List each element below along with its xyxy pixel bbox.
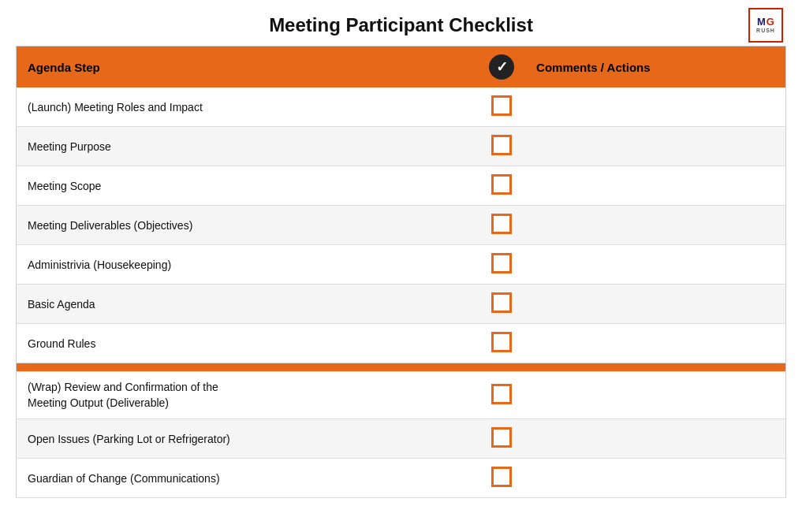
- page-wrapper: Meeting Participant Checklist M G RUSH A…: [0, 0, 802, 514]
- checkbox[interactable]: [491, 174, 512, 195]
- agenda-cell: Open Issues (Parking Lot or Refrigerator…: [17, 419, 479, 459]
- table-row: (Launch) Meeting Roles and Impact: [17, 87, 786, 127]
- comment-cell: [525, 459, 785, 498]
- page-title: Meeting Participant Checklist: [16, 14, 786, 36]
- comment-cell: [525, 372, 785, 419]
- checklist-table: Agenda Step ✓ Comments / Actions (Launch…: [16, 46, 786, 498]
- agenda-cell: (Launch) Meeting Roles and Impact: [17, 87, 479, 127]
- agenda-cell: Meeting Scope: [17, 166, 479, 206]
- agenda-cell: Meeting Deliverables (Objectives): [17, 206, 479, 245]
- check-cell[interactable]: [478, 245, 525, 285]
- agenda-cell: Ground Rules: [17, 324, 479, 363]
- table-row: Administrivia (Housekeeping): [17, 245, 786, 285]
- logo-inner: M G RUSH: [748, 8, 783, 43]
- comment-cell: [525, 245, 785, 285]
- comment-cell: [525, 285, 785, 324]
- agenda-cell: Administrivia (Housekeeping): [17, 245, 479, 285]
- table-header: Agenda Step ✓ Comments / Actions: [17, 47, 786, 88]
- table-row: Basic Agenda: [17, 285, 786, 324]
- table-row: Meeting Purpose: [17, 127, 786, 166]
- checkbox[interactable]: [491, 467, 512, 487]
- table-row: Open Issues (Parking Lot or Refrigerator…: [17, 419, 786, 459]
- agenda-cell: Meeting Purpose: [17, 127, 479, 166]
- header-comments: Comments / Actions: [525, 47, 785, 88]
- comment-cell: [525, 166, 785, 206]
- logo-subtext: RUSH: [756, 28, 775, 34]
- comment-cell: [525, 419, 785, 459]
- title-area: Meeting Participant Checklist M G RUSH: [16, 8, 786, 46]
- checkbox[interactable]: [491, 214, 512, 234]
- table-row: Ground Rules: [17, 324, 786, 363]
- checkbox[interactable]: [491, 253, 512, 273]
- logo-letter-m: M: [757, 17, 766, 28]
- checkbox[interactable]: [491, 384, 512, 404]
- comment-cell: [525, 206, 785, 245]
- logo: M G RUSH: [748, 8, 786, 46]
- agenda-cell: (Wrap) Review and Confirmation of theMee…: [17, 372, 479, 419]
- table-row: Meeting Deliverables (Objectives): [17, 206, 786, 245]
- check-cell[interactable]: [478, 324, 525, 363]
- check-cell[interactable]: [478, 166, 525, 206]
- checkbox[interactable]: [491, 95, 512, 116]
- checkbox[interactable]: [491, 292, 512, 313]
- header-agenda: Agenda Step: [17, 47, 479, 88]
- checkbox[interactable]: [491, 135, 512, 155]
- agenda-cell: Basic Agenda: [17, 285, 479, 324]
- header-check: ✓: [478, 47, 525, 88]
- checkbox[interactable]: [491, 427, 512, 448]
- checkbox[interactable]: [491, 332, 512, 352]
- check-cell[interactable]: [478, 372, 525, 419]
- agenda-cell: Guardian of Change (Communications): [17, 459, 479, 498]
- table-row: Meeting Scope: [17, 166, 786, 206]
- header-row: Agenda Step ✓ Comments / Actions: [17, 47, 786, 88]
- logo-letter-g: G: [767, 17, 774, 28]
- comment-cell: [525, 324, 785, 363]
- divider-cell: [17, 363, 786, 372]
- table-row: Guardian of Change (Communications): [17, 459, 786, 498]
- check-cell[interactable]: [478, 127, 525, 166]
- check-cell[interactable]: [478, 285, 525, 324]
- check-cell[interactable]: [478, 206, 525, 245]
- comment-cell: [525, 87, 785, 127]
- comment-cell: [525, 127, 785, 166]
- check-cell[interactable]: [478, 459, 525, 498]
- two-line-label: (Wrap) Review and Confirmation of theMee…: [28, 380, 467, 411]
- checkmark-icon: ✓: [489, 54, 514, 80]
- check-cell[interactable]: [478, 419, 525, 459]
- table-body: (Launch) Meeting Roles and Impact Meetin…: [17, 87, 786, 498]
- table-row: (Wrap) Review and Confirmation of theMee…: [17, 372, 786, 419]
- check-cell[interactable]: [478, 87, 525, 127]
- section-divider: [17, 363, 786, 372]
